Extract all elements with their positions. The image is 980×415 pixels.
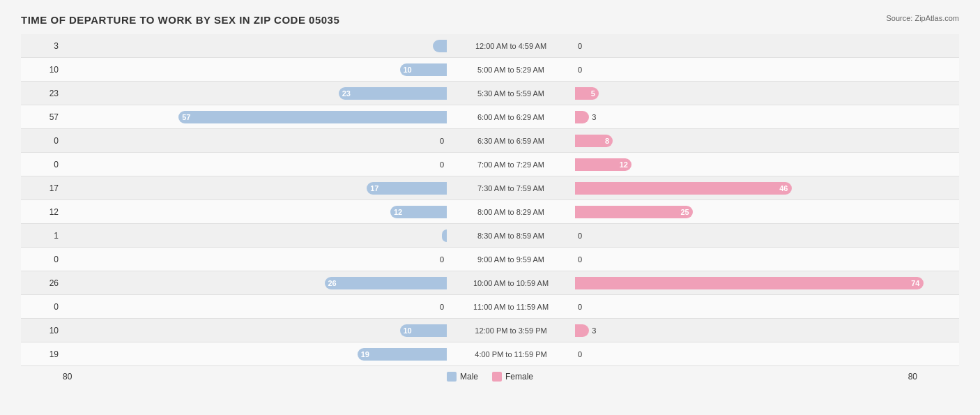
chart-row: 26 26 10:00 AM to 10:59 AM 74 <box>21 271 959 295</box>
female-value-inside: 46 <box>779 184 788 193</box>
left-bar-container: 57 <box>63 110 448 125</box>
chart-row: 57 57 6:00 AM to 6:29 AM 3 <box>21 105 959 129</box>
left-value: 10 <box>21 65 63 75</box>
legend-male: Male <box>447 372 478 382</box>
left-bar-container <box>63 228 448 243</box>
legend-female-label: Female <box>505 372 533 382</box>
left-bar-container: 23 <box>63 86 448 101</box>
bar-female: 8 <box>575 135 613 147</box>
center-label: 12:00 AM to 4:59 AM <box>448 42 574 50</box>
bars-area: 8:30 AM to 8:59 AM 0 <box>63 224 959 247</box>
male-value-inside: 10 <box>404 66 412 74</box>
female-value-inside: 74 <box>911 279 919 287</box>
left-value: 3 <box>21 41 63 51</box>
chart-footer: 80 Male Female 80 <box>21 372 959 382</box>
chart-row: 0 0 9:00 AM to 9:59 AM 0 <box>21 248 959 271</box>
center-label: 10:00 AM to 10:59 AM <box>448 279 574 287</box>
female-value-zero: 0 <box>578 350 582 359</box>
left-bar-container: 19 <box>63 347 448 362</box>
left-value: 17 <box>21 183 63 193</box>
right-bar-container: 3 <box>574 323 959 338</box>
right-bar-container: 0 <box>574 228 959 243</box>
legend: Male Female <box>447 372 533 382</box>
left-value: 0 <box>21 255 63 264</box>
right-bar-container: 8 <box>574 133 959 149</box>
male-value-zero: 0 <box>440 137 444 145</box>
center-label: 8:00 AM to 8:29 AM <box>448 208 574 216</box>
chart-row: 1 8:30 AM to 8:59 AM 0 <box>21 224 959 248</box>
female-value-inside: 5 <box>591 89 595 98</box>
left-value: 26 <box>21 278 63 288</box>
right-bar-container: 25 <box>574 204 959 220</box>
male-value-inside: 12 <box>394 208 402 216</box>
bar-male: 17 <box>367 182 447 195</box>
left-value: 57 <box>21 112 63 122</box>
center-label: 11:00 AM to 11:59 AM <box>448 303 574 311</box>
axis-left: 80 <box>63 372 72 382</box>
female-value-outside: 3 <box>592 326 596 335</box>
bar-female: 46 <box>575 182 792 195</box>
chart-row: 3 12:00 AM to 4:59 AM 0 <box>21 34 959 58</box>
male-value-zero: 0 <box>440 160 444 169</box>
right-bar-container: 12 <box>574 157 959 172</box>
male-value-inside: 26 <box>328 279 337 287</box>
right-bar-container: 46 <box>574 181 959 196</box>
bars-area: 19 4:00 PM to 11:59 PM 0 <box>63 342 959 365</box>
bars-area: 10 12:00 PM to 3:59 PM 3 <box>63 319 959 342</box>
male-value-inside: 10 <box>404 326 412 335</box>
female-value-zero: 0 <box>578 303 582 311</box>
center-label: 5:30 AM to 5:59 AM <box>448 89 574 98</box>
axis-right: 80 <box>908 372 917 382</box>
bar-female: 12 <box>575 158 631 171</box>
female-value-inside: 12 <box>620 160 628 169</box>
center-label: 6:00 AM to 6:29 AM <box>448 113 574 121</box>
left-value: 1 <box>21 231 63 241</box>
left-value: 10 <box>21 326 63 335</box>
female-value-inside: 25 <box>681 208 689 216</box>
bar-male <box>433 40 447 52</box>
bar-male: 19 <box>358 348 447 361</box>
chart-row: 10 10 12:00 PM to 3:59 PM 3 <box>21 319 959 342</box>
male-value-inside: 57 <box>182 113 190 121</box>
chart-header: TIME OF DEPARTURE TO WORK BY SEX IN ZIP … <box>21 14 959 26</box>
chart-source: Source: ZipAtlas.com <box>886 14 959 22</box>
chart-container: TIME OF DEPARTURE TO WORK BY SEX IN ZIP … <box>0 0 980 402</box>
center-label: 7:00 AM to 7:29 AM <box>448 160 574 169</box>
bars-area: 0 6:30 AM to 6:59 AM 8 <box>63 129 959 152</box>
bar-male: 12 <box>390 206 447 218</box>
bar-female: 25 <box>575 206 693 218</box>
center-label: 7:30 AM to 7:59 AM <box>448 184 574 193</box>
chart-row: 10 10 5:00 AM to 5:29 AM 0 <box>21 58 959 82</box>
left-bar-container: 12 <box>63 204 448 220</box>
chart-row: 19 19 4:00 PM to 11:59 PM 0 <box>21 342 959 366</box>
chart-row: 0 0 6:30 AM to 6:59 AM 8 <box>21 129 959 153</box>
bars-area: 0 7:00 AM to 7:29 AM 12 <box>63 153 959 176</box>
left-bar-container: 10 <box>63 62 448 77</box>
center-label: 5:00 AM to 5:29 AM <box>448 66 574 74</box>
right-bar-container: 0 <box>574 299 959 315</box>
chart-title: TIME OF DEPARTURE TO WORK BY SEX IN ZIP … <box>21 14 339 26</box>
right-bar-container: 0 <box>574 62 959 77</box>
left-value: 19 <box>21 349 63 359</box>
chart-body: 3 12:00 AM to 4:59 AM 0 10 10 5:00 AM to… <box>21 34 959 366</box>
left-bar-container: 26 <box>63 276 448 291</box>
legend-male-color <box>447 372 457 382</box>
left-bar-container: 10 <box>63 323 448 338</box>
center-label: 12:00 PM to 3:59 PM <box>448 326 574 335</box>
bars-area: 26 10:00 AM to 10:59 AM 74 <box>63 271 959 294</box>
female-value-zero: 0 <box>578 232 582 240</box>
bars-area: 17 7:30 AM to 7:59 AM 46 <box>63 176 959 199</box>
left-bar-container <box>63 38 448 54</box>
bars-area: 23 5:30 AM to 5:59 AM 5 <box>63 82 959 105</box>
female-value-zero: 0 <box>578 42 582 50</box>
left-bar-container: 17 <box>63 181 448 196</box>
bar-male: 57 <box>178 111 447 123</box>
right-bar-container: 0 <box>574 38 959 54</box>
bar-female: 5 <box>575 87 599 100</box>
chart-row: 17 17 7:30 AM to 7:59 AM 46 <box>21 176 959 200</box>
bar-male: 10 <box>400 63 447 76</box>
female-value-inside: 8 <box>605 137 609 145</box>
left-value: 12 <box>21 207 63 217</box>
left-value: 23 <box>21 89 63 98</box>
left-value: 0 <box>21 160 63 169</box>
